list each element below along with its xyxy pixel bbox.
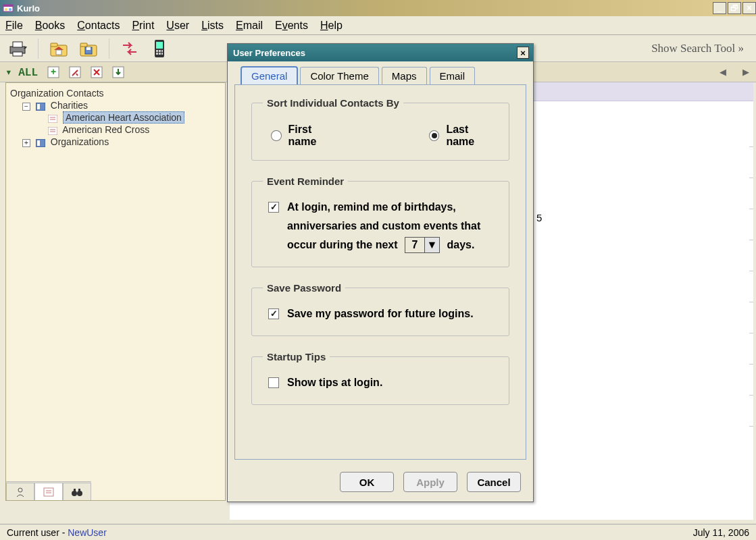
chevron-down-icon[interactable]: ▼ [424,238,439,252]
show-search-tool[interactable]: Show Search Tool » [651,42,744,55]
tab-color-theme[interactable]: Color Theme [300,67,378,84]
home-folder-icon[interactable] [47,38,71,59]
menu-print[interactable]: Print [132,20,154,32]
import-square-icon[interactable] [112,66,124,78]
startup-tips-group: Startup Tips Show tips at login. [251,351,509,405]
checkbox-icon [268,377,279,388]
dialog-titlebar[interactable]: User Preferences × [228,44,533,61]
tree-item-arc[interactable]: American Red Cross [10,124,221,136]
menu-help[interactable]: Help [320,20,343,32]
tree-root[interactable]: Organization Contacts [10,87,221,99]
status-date: July 11, 2006 [693,527,749,538]
tree-label: American Heart Association [63,111,184,124]
menu-contacts[interactable]: Contacts [77,20,120,32]
svg-rect-19 [161,50,163,52]
status-user-label: Current user - [7,527,68,538]
svg-point-3 [9,8,11,11]
save-folder-icon[interactable] [76,38,101,59]
remove-square-icon[interactable] [69,66,81,78]
menu-events[interactable]: Events [275,20,308,32]
svg-rect-39 [44,488,53,496]
delete-square-icon[interactable] [91,66,103,78]
svg-rect-12 [80,43,87,47]
startup-tips-checkbox-row[interactable]: Show tips at login. [268,373,498,392]
expand-icon[interactable]: + [22,139,30,147]
checkbox-icon [268,308,279,319]
all-filter-button[interactable]: ▾ ALL [5,65,38,79]
print-icon[interactable] [5,38,30,59]
svg-rect-10 [56,50,61,55]
minimize-button[interactable]: _ [713,2,726,14]
tab-person-icon[interactable] [6,483,34,500]
radio-first-name[interactable]: First name [271,124,341,148]
radio-icon [271,130,282,141]
partial-text: 5 [536,212,542,223]
apply-button[interactable]: Apply [403,472,457,492]
card-icon [48,114,57,122]
group-legend: Event Reminder [263,176,348,187]
save-password-checkbox-row[interactable]: Save my password for future logins. [268,304,498,323]
tab-email[interactable]: Email [430,67,476,84]
radio-last-name[interactable]: Last name [429,124,498,148]
tree-label: Charities [51,100,88,111]
days-dropdown[interactable]: 7 ▼ [405,237,440,253]
tree-label: Organizations [51,136,109,147]
transfer-icon[interactable] [118,38,142,59]
svg-point-42 [72,491,77,496]
svg-point-2 [5,8,7,11]
tree-label: American Red Cross [62,124,149,135]
svg-rect-20 [156,53,158,55]
titlebar: Kurlo _ 🗗 × [0,0,756,16]
tree-organizations[interactable]: + Organizations [10,136,221,148]
ok-button[interactable]: OK [340,472,394,492]
status-user: Current user - NewUser [7,527,107,538]
tab-general[interactable]: General [241,67,297,84]
checkbox-label: Save my password for future logins. [287,304,474,323]
reminder-checkbox-row[interactable]: At login, remind me of birthdays, annive… [268,198,498,254]
app-icon [3,3,14,14]
prev-arrow-icon[interactable]: ◀ [720,67,726,77]
cancel-button[interactable]: Cancel [467,472,521,492]
dialog-close-button[interactable]: × [517,47,529,59]
tab-card-icon[interactable] [34,483,63,500]
menu-user[interactable]: User [166,20,189,32]
svg-rect-18 [159,50,161,52]
group-legend: Startup Tips [263,351,330,362]
svg-rect-6 [13,52,22,56]
book-icon [36,102,45,110]
add-square-icon[interactable]: + [47,66,59,78]
radio-label: Last name [446,124,498,148]
tab-panel-general: Sort Individual Contacts By First name L… [234,84,526,460]
next-arrow-icon[interactable]: ▶ [742,67,749,77]
reminder-text: At login, remind me of birthdays, annive… [287,198,480,254]
menu-lists[interactable]: Lists [201,20,224,32]
svg-point-38 [18,488,22,492]
days-value: 7 [405,236,424,254]
svg-rect-17 [156,50,158,52]
window-close-button[interactable]: × [742,2,756,14]
tree-panel: Organization Contacts − Charities Americ… [5,82,226,501]
svg-rect-16 [156,42,163,49]
collapse-icon[interactable]: − [22,103,30,111]
svg-rect-30 [48,115,57,123]
group-legend: Sort Individual Contacts By [263,97,403,109]
checkbox-label: Show tips at login. [287,373,382,392]
status-user-name: NewUser [68,527,107,538]
tree-charities[interactable]: − Charities [10,99,221,111]
maximize-button[interactable]: 🗗 [728,2,741,14]
menu-file[interactable]: File [5,20,23,32]
radio-icon [429,130,440,141]
dialog-title: User Preferences [233,48,305,58]
svg-rect-37 [37,140,40,146]
user-preferences-dialog: User Preferences × General Color Theme M… [227,43,534,502]
tab-binoculars-icon[interactable] [63,483,91,500]
save-password-group: Save Password Save my password for futur… [251,282,509,336]
menu-email[interactable]: Email [236,20,263,32]
dialog-tabs: General Color Theme Maps Email [228,61,533,84]
menu-books[interactable]: Books [35,20,65,32]
tab-maps[interactable]: Maps [382,67,427,84]
group-legend: Save Password [263,282,345,294]
tree-item-aha[interactable]: American Heart Association [10,111,221,124]
device-icon[interactable] [147,38,172,59]
menubar: File Books Contacts Print User Lists Ema… [0,16,756,35]
